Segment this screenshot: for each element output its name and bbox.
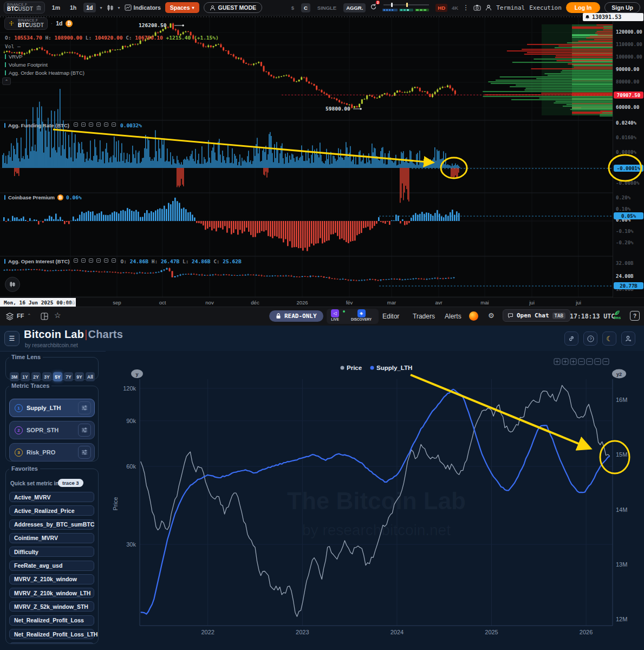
hd-toggle[interactable]: HD: [435, 4, 447, 12]
terminal-price-axis[interactable]: 120000.00110000.00100000.0090000.0080000…: [613, 15, 644, 297]
chart-symbol-legend[interactable]: BINANCE.F BTCUSDT · 1d ₿: [4, 17, 73, 30]
camera-icon[interactable]: [473, 4, 481, 11]
layer-opacity-sliders[interactable]: [381, 3, 431, 12]
favorite-metric-difficulty[interactable]: Difficulty: [9, 547, 94, 557]
grid-icon[interactable]: [103, 122, 109, 127]
settings-gear-icon[interactable]: ⚙: [488, 311, 495, 320]
favorite-metric-active_mvrv[interactable]: Active_MVRV: [9, 492, 94, 502]
favorite-metric-active_realized_price[interactable]: Active_Realized_Price: [9, 505, 94, 516]
fourk-toggle[interactable]: 4K: [452, 5, 458, 11]
trace-row-risk_pro[interactable]: 3Risk_PRO: [9, 443, 95, 461]
funding-panel-legend[interactable]: Agg. Funding Rate (BTC) 0.0032%: [4, 122, 142, 128]
legend-label-supply_lth[interactable]: Supply_LTH: [376, 365, 412, 371]
execution-tab[interactable]: Execution: [529, 4, 562, 11]
readonly-badge[interactable]: READ-ONLY: [269, 310, 323, 322]
favorite-metric-feerate_avg_usd[interactable]: FeeRate_avg_usd: [9, 561, 94, 571]
favorite-metric-addresses_by_btc_sumbtc[interactable]: Addresses_by_BTC_sumBTC: [9, 519, 94, 530]
signup-button[interactable]: Sign Up: [604, 2, 640, 13]
brush-icon[interactable]: [73, 258, 79, 263]
spaces-button[interactable]: Spaces▾: [165, 2, 199, 13]
collapse-indicators-button[interactable]: ⌃: [2, 77, 11, 85]
live-mode-button[interactable]: ◁ LIVE: [331, 309, 339, 321]
terminal-chart-area[interactable]: [0, 15, 613, 297]
trace-settings-button[interactable]: [78, 424, 91, 437]
theme-orb-button[interactable]: [469, 311, 478, 321]
trace-row-supply_lth[interactable]: 1Supply_LTH: [9, 399, 95, 417]
timeframe-1d[interactable]: 1d: [83, 3, 95, 12]
chart-type-chevron-icon[interactable]: ▾: [118, 5, 120, 10]
overlay-indicator-row[interactable]: Volume Footprint: [5, 62, 84, 68]
single-toggle[interactable]: SINGLE: [315, 3, 339, 12]
favorite-metric-net_realized_profit_loss_lth[interactable]: Net_Realized_Profit_Loss_LTH: [9, 629, 94, 639]
time-lens-9y[interactable]: 9Y: [75, 372, 84, 381]
layout-chevron-icon[interactable]: ⌃: [27, 313, 31, 318]
drawing-tool-button[interactable]: [5, 277, 20, 292]
help-button[interactable]: ?: [583, 332, 597, 346]
hamburger-menu-button[interactable]: ☰: [4, 331, 19, 346]
layers-icon[interactable]: [5, 312, 14, 321]
time-lens-2y[interactable]: 2Y: [31, 372, 41, 381]
favorite-metric-net_realized_profit_loss[interactable]: Net_Realized_Profit_Loss: [9, 615, 94, 626]
overlay-indicator-row[interactable]: Agg. Order Book Heatmap (BTC): [5, 70, 84, 76]
help-button[interactable]: ?: [630, 311, 640, 321]
chart-type-icon[interactable]: [107, 4, 114, 11]
trace-target-badge[interactable]: trace 3: [58, 479, 83, 487]
time-lens-all[interactable]: All: [86, 372, 95, 381]
timeframe-1m[interactable]: 1m: [49, 3, 63, 12]
dark-mode-toggle[interactable]: ☾: [602, 332, 616, 346]
layers-icon[interactable]: [81, 122, 86, 127]
guest-mode-button[interactable]: GUEST MODE: [204, 2, 263, 13]
favorite-star-icon[interactable]: ☆: [54, 311, 61, 320]
move-icon[interactable]: [88, 122, 94, 127]
time-lens-5y[interactable]: 5Y: [53, 372, 62, 381]
oi-tool-icons[interactable]: [72, 258, 118, 264]
legend-label-price[interactable]: Price: [347, 365, 362, 371]
funding-tool-icons[interactable]: [72, 122, 118, 128]
layers-icon[interactable]: [81, 258, 86, 263]
time-lens-3m[interactable]: 3M: [10, 372, 19, 381]
aggr-toggle[interactable]: AGGR.: [343, 3, 366, 12]
arrows-horizontal-icon[interactable]: [111, 122, 116, 127]
more-menu-icon[interactable]: ⋮: [463, 4, 469, 11]
symbol-selector[interactable]: BINANCE.F BTCUSDT: [4, 2, 45, 14]
oi-panel-legend[interactable]: Agg. Open Interest (BTC) O: 24.86B H: 26…: [4, 258, 242, 264]
discovery-mode-button[interactable]: ◈ DISCOVERY: [351, 309, 372, 321]
favorite-metric-mvrv_z_52k_window_sth[interactable]: MVRV_Z_52k_window_STH: [9, 601, 94, 612]
account-icon[interactable]: [485, 4, 492, 11]
arrows-horizontal-icon[interactable]: [111, 258, 116, 263]
indicators-button[interactable]: Indicators: [125, 4, 161, 11]
timeframe-1h[interactable]: 1h: [67, 3, 79, 12]
layout-name[interactable]: FF: [17, 313, 24, 319]
account-button[interactable]: [621, 332, 635, 346]
layout-grid-icon[interactable]: [40, 312, 49, 321]
currency-coin-toggle[interactable]: C: [301, 3, 310, 12]
editor-tab[interactable]: Editor: [382, 313, 399, 320]
trace-row-sopr_sth[interactable]: 2SOPR_STH: [9, 421, 95, 439]
alerts-tab[interactable]: Alerts: [445, 313, 461, 320]
refresh-icon[interactable]: [96, 122, 101, 127]
currency-dollar-toggle[interactable]: $: [289, 3, 297, 12]
price-alert-box[interactable]: 130391.53: [583, 13, 643, 21]
open-chat-button[interactable]: Open Chat TAB: [503, 309, 570, 322]
premium-panel-legend[interactable]: Coinbase Premium ₿ 0.06%: [4, 194, 82, 200]
overlay-indicator-row[interactable]: VRVP: [5, 54, 84, 60]
time-lens-1y[interactable]: 1Y: [21, 372, 30, 381]
traders-tab[interactable]: Traders: [413, 313, 435, 320]
refresh-button[interactable]: 3: [370, 3, 377, 12]
lab-chart-area[interactable]: The Bitcoin Labby researchbitcoin.net120…: [106, 351, 644, 650]
trace-settings-button[interactable]: [78, 446, 91, 459]
favorite-metric-mvrv_z_210k_window_lth[interactable]: MVRV_Z_210k_window_LTH: [9, 588, 94, 598]
timeframe-chevron-icon[interactable]: ▾: [100, 5, 102, 10]
login-button[interactable]: Log In: [566, 2, 601, 13]
terminal-tab[interactable]: Terminal: [496, 4, 525, 11]
refresh-icon[interactable]: [96, 258, 101, 263]
favorite-metric-partial[interactable]: [9, 642, 94, 644]
time-lens-7y[interactable]: 7Y: [64, 372, 73, 381]
time-axis[interactable]: Mon, 16 Jun 2025 00:00 aoûsepoctnovdéc20…: [0, 297, 644, 307]
grid-icon[interactable]: [103, 258, 109, 263]
move-icon[interactable]: [88, 258, 94, 263]
share-link-button[interactable]: [564, 332, 578, 346]
favorite-metric-cointime_mvrv[interactable]: Cointime_MVRV: [9, 533, 94, 543]
brush-icon[interactable]: [73, 122, 79, 127]
time-lens-3y[interactable]: 3Y: [42, 372, 51, 381]
